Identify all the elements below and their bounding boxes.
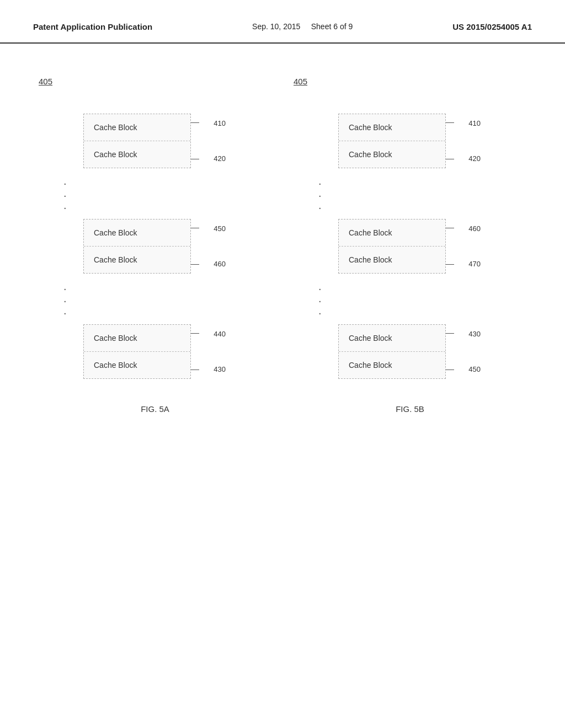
fig5b-dots2: · · · <box>318 282 322 319</box>
header-left: Patent Application Publication <box>33 22 152 31</box>
fig5b-col-title: 405 <box>294 77 307 86</box>
header-right: US 2015/0254005 A1 <box>452 22 532 31</box>
fig5b-group2-label2: 470 <box>468 260 481 268</box>
fig5b-group3-label2: 450 <box>468 365 481 373</box>
fig5b-group1-label2: 420 <box>468 154 481 163</box>
fig5a-group1-block1: Cache Block <box>84 114 190 141</box>
fig5a-group1-line-top <box>191 122 199 123</box>
fig5a-dots2: · · · <box>63 282 67 319</box>
fig5a-group1-label2: 420 <box>214 154 226 163</box>
patent-number: US 2015/0254005 A1 <box>452 22 532 31</box>
fig5b-group3-label1: 430 <box>468 330 481 338</box>
publication-label: Patent Application Publication <box>33 22 152 31</box>
fig5b-dots1: · · · <box>318 177 322 213</box>
fig5a-group3-label1: 440 <box>214 330 226 338</box>
fig5a-group2-box: Cache Block Cache Block <box>83 219 191 274</box>
fig5b-group2-box: Cache Block Cache Block <box>338 219 446 274</box>
fig5b-group1-line-top <box>446 122 454 123</box>
fig5b-group1: Cache Block Cache Block 410 420 <box>338 114 482 168</box>
fig5a-group3-box: Cache Block Cache Block <box>83 324 191 379</box>
fig5a-group1-box: Cache Block Cache Block <box>83 114 191 168</box>
fig5b-group1-block2: Cache Block <box>339 141 445 168</box>
fig5a-group2-line-top <box>191 228 199 228</box>
fig5b-label: FIG. 5B <box>396 404 424 414</box>
fig5a-group2-block2: Cache Block <box>84 247 190 273</box>
fig5b-group1-line-bottom <box>446 159 454 159</box>
fig5a-group1: Cache Block Cache Block 410 420 <box>83 114 227 168</box>
fig5a-group3: Cache Block Cache Block 440 430 <box>83 324 227 379</box>
sheet-label: Sheet 6 of 9 <box>311 22 353 31</box>
fig5a-group3-line-top <box>191 333 199 334</box>
fig5a-group3-block1: Cache Block <box>84 325 190 352</box>
fig5a-group2-label2: 460 <box>214 260 226 268</box>
fig5b-group2-label1: 460 <box>468 224 481 233</box>
diagrams-container: 405 Cache Block Cache Block 410 420 · · … <box>0 44 565 425</box>
fig5b-group2-line-bottom <box>446 264 454 265</box>
fig5a-label: FIG. 5A <box>141 404 169 414</box>
fig5b-group3-line-top <box>446 333 454 334</box>
fig5a-group2-line-bottom <box>191 264 199 265</box>
fig5b-group1-label1: 410 <box>468 119 481 127</box>
fig5a-group2: Cache Block Cache Block 450 460 <box>83 219 227 274</box>
header: Patent Application Publication Sep. 10, … <box>0 0 565 44</box>
fig5b-group2-line-top <box>446 228 454 228</box>
fig5a-dots1: · · · <box>63 177 67 213</box>
fig5a-column: 405 Cache Block Cache Block 410 420 · · … <box>28 55 282 414</box>
fig5a-group2-block1: Cache Block <box>84 220 190 247</box>
fig5a-group1-label1: 410 <box>214 119 226 127</box>
fig5a-col-title: 405 <box>39 77 52 86</box>
fig5b-group3-box: Cache Block Cache Block <box>338 324 446 379</box>
fig5b-group3-line-bottom <box>446 370 454 370</box>
fig5b-group1-block1: Cache Block <box>339 114 445 141</box>
fig5a-group2-label1: 450 <box>214 224 226 233</box>
fig5a-group1-line-bottom <box>191 159 199 159</box>
fig5a-group1-block2: Cache Block <box>84 141 190 168</box>
page: Patent Application Publication Sep. 10, … <box>0 0 565 728</box>
fig5b-column: 405 Cache Block Cache Block 410 420 · · … <box>282 55 537 414</box>
fig5b-group2-block1: Cache Block <box>339 220 445 247</box>
header-center: Sep. 10, 2015 Sheet 6 of 9 <box>252 22 353 31</box>
fig5b-group2-block2: Cache Block <box>339 247 445 273</box>
fig5a-group3-block2: Cache Block <box>84 352 190 378</box>
fig5b-group1-box: Cache Block Cache Block <box>338 114 446 168</box>
fig5b-group3-block1: Cache Block <box>339 325 445 352</box>
fig5b-group3-block2: Cache Block <box>339 352 445 378</box>
fig5b-group2: Cache Block Cache Block 460 470 <box>338 219 482 274</box>
fig5b-group3: Cache Block Cache Block 430 450 <box>338 324 482 379</box>
fig5a-group3-line-bottom <box>191 370 199 370</box>
fig5a-group3-label2: 430 <box>214 365 226 373</box>
date-label: Sep. 10, 2015 <box>252 22 300 31</box>
